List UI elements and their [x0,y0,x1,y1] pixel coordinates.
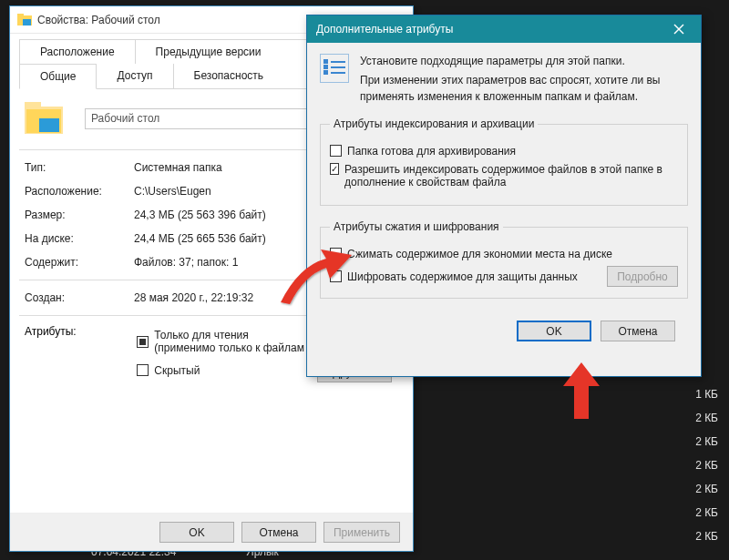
readonly-checkbox[interactable] [137,336,149,348]
created-label: Создан: [25,291,134,304]
compress-encrypt-group: Атрибуты сжатия и шифрования Сжимать сод… [320,220,688,299]
tab-location[interactable]: Расположение [19,39,136,64]
advanced-head2: При изменении этих параметров вас спрося… [360,73,688,105]
indexing-legend: Атрибуты индексирования и архивации [330,117,538,130]
properties-footer: OK Отмена Применить [10,513,413,551]
apply-button[interactable]: Применить [323,522,400,543]
ok-button[interactable]: OK [517,321,591,341]
advanced-title: Дополнительные атрибуты [316,23,453,36]
properties-title: Свойства: Рабочий стол [37,14,160,26]
svg-rect-2 [23,19,31,25]
advanced-titlebar[interactable]: Дополнительные атрибуты [307,15,701,43]
explorer-size-column: 1 КБ 2 КБ 2 КБ 2 КБ 2 КБ 2 КБ 2 КБ [695,382,718,548]
close-button[interactable] [661,17,697,41]
hidden-checkbox[interactable] [137,364,149,376]
readonly-label: Только для чтения [154,329,248,341]
tab-general[interactable]: Общие [19,65,97,89]
folder-icon [17,14,32,26]
tab-sharing[interactable]: Доступ [96,64,173,88]
index-label: Разрешить индексировать содержимое файло… [344,163,678,188]
hidden-label: Скрытый [154,364,200,377]
size-on-disk-label: На диске: [25,232,134,245]
indexing-group: Атрибуты индексирования и архивации Папк… [320,117,688,206]
ok-button[interactable]: OK [159,522,234,543]
contains-label: Содержит: [25,256,134,269]
svg-rect-6 [39,118,59,132]
compress-checkbox[interactable] [330,248,342,260]
type-label: Тип: [25,161,134,174]
index-checkbox[interactable] [330,163,339,175]
details-button[interactable]: Подробно [607,266,678,287]
close-icon [673,24,684,35]
options-list-icon [320,54,349,83]
archive-label: Папка готова для архивирования [347,145,516,158]
location-label: Расположение: [25,185,134,198]
advanced-attributes-window: Дополнительные атрибуты Установите подхо… [306,15,702,377]
folder-icon [25,102,63,135]
encrypt-checkbox[interactable] [330,270,342,282]
encrypt-label: Шифровать содержимое для защиты данных [347,270,578,283]
cancel-button[interactable]: Отмена [241,522,316,543]
compress-encrypt-legend: Атрибуты сжатия и шифрования [330,220,503,233]
archive-checkbox[interactable] [330,145,342,157]
size-label: Размер: [25,209,134,221]
cancel-button[interactable]: Отмена [601,321,675,341]
attributes-label: Атрибуты: [25,325,134,338]
advanced-head1: Установите подходящие параметры для этой… [360,54,688,69]
compress-label: Сжимать содержимое для экономии места на… [347,248,612,260]
svg-rect-1 [17,14,24,17]
